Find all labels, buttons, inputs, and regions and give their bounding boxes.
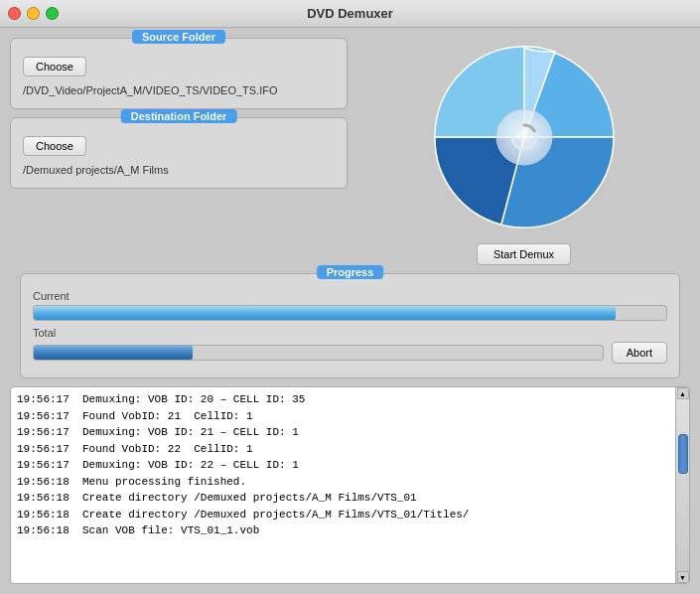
log-line: 19:56:18 Scan VOB file: VTS_01_1.vob: [17, 522, 669, 539]
current-label: Current: [33, 290, 667, 302]
scrollbar-down-arrow[interactable]: ▼: [677, 571, 689, 583]
destination-folder-path: /Demuxed projects/A_M Films: [23, 164, 335, 176]
abort-button[interactable]: Abort: [612, 342, 667, 364]
log-area: 19:56:17 Demuxing: VOB ID: 20 – CELL ID:…: [10, 386, 690, 584]
current-progress-row: Current: [33, 290, 667, 321]
current-progress-bar-bg: [33, 305, 667, 321]
total-progress-bar-bg: [33, 345, 604, 361]
svg-point-0: [496, 109, 552, 165]
left-panel: Source Folder Choose /DVD_Video/ProjectA…: [10, 38, 348, 265]
scrollbar-up-arrow[interactable]: ▲: [677, 387, 689, 399]
current-progress-bar-fill: [34, 306, 616, 320]
close-button[interactable]: [8, 7, 21, 20]
log-line: 19:56:17 Demuxing: VOB ID: 21 – CELL ID:…: [17, 424, 669, 441]
log-content[interactable]: 19:56:17 Demuxing: VOB ID: 20 – CELL ID:…: [11, 387, 675, 583]
traffic-lights: [8, 7, 59, 20]
log-line: 19:56:17 Found VobID: 22 CellID: 1: [17, 441, 669, 458]
total-label: Total: [33, 327, 667, 339]
progress-label: Progress: [317, 265, 384, 279]
title-bar: DVD Demuxer: [0, 0, 700, 28]
destination-folder-group: Destination Folder Choose /Demuxed proje…: [10, 117, 348, 189]
maximize-button[interactable]: [46, 7, 59, 20]
total-progress-bar-fill: [34, 346, 193, 360]
log-line: 19:56:18 Create directory /Demuxed proje…: [17, 490, 669, 507]
source-folder-group: Source Folder Choose /DVD_Video/ProjectA…: [10, 38, 348, 109]
total-progress-bottom-row: Abort: [33, 342, 667, 364]
start-demux-button[interactable]: Start Demux: [477, 243, 571, 265]
log-line: 19:56:17 Found VobID: 21 CellID: 1: [17, 408, 669, 425]
log-line: 19:56:17 Demuxing: VOB ID: 20 – CELL ID:…: [17, 391, 669, 408]
source-folder-label: Source Folder: [132, 30, 225, 44]
log-line: 19:56:17 Demuxing: VOB ID: 22 – CELL ID:…: [17, 457, 669, 474]
progress-section: Progress Current Total Abort: [20, 273, 680, 378]
scrollbar-track[interactable]: [676, 399, 689, 571]
log-scrollbar[interactable]: ▲ ▼: [675, 387, 689, 583]
pie-chart: [430, 43, 619, 231]
total-progress-row: Total Abort: [33, 327, 667, 364]
right-panel: Start Demux: [357, 38, 690, 265]
source-choose-button[interactable]: Choose: [23, 57, 86, 76]
log-line: 19:56:18 Menu processing finished.: [17, 474, 669, 491]
minimize-button[interactable]: [27, 7, 40, 20]
scrollbar-thumb[interactable]: [678, 434, 688, 474]
log-line: 19:56:18 Create directory /Demuxed proje…: [17, 507, 669, 523]
window-title: DVD Demuxer: [307, 6, 393, 21]
source-folder-path: /DVD_Video/ProjectA_M/VIDEO_TS/VIDEO_TS.…: [23, 84, 335, 96]
destination-choose-button[interactable]: Choose: [23, 136, 86, 156]
destination-folder-label: Destination Folder: [121, 109, 237, 123]
